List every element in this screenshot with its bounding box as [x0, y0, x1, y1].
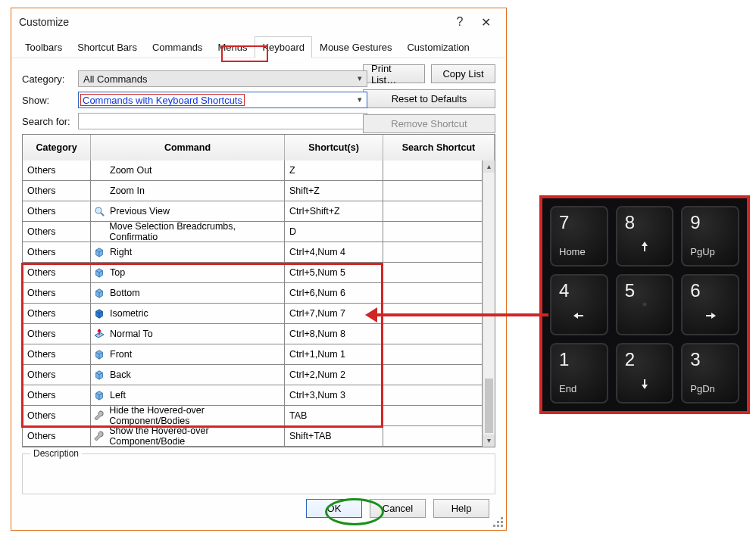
tab-commands[interactable]: Commands — [145, 36, 210, 58]
table-row[interactable]: OthersPrevious ViewCtrl+Shift+Z — [23, 201, 483, 222]
category-combo-value: All Commands — [83, 73, 148, 85]
tab-toolbars[interactable]: Toolbars — [17, 36, 70, 58]
table-row[interactable]: OthersZoom OutZ — [23, 160, 483, 181]
copy-list-button[interactable]: Copy List — [431, 64, 495, 83]
cell-search-shortcut[interactable] — [383, 242, 483, 262]
numpad-key-8: 8 — [616, 206, 674, 266]
description-box: Description — [22, 453, 495, 494]
magnifier-icon — [92, 204, 106, 218]
description-label: Description — [30, 448, 82, 459]
cell-shortcut: Shift+Z — [285, 181, 383, 201]
tab-shortcut-bars[interactable]: Shortcut Bars — [70, 36, 145, 58]
cell-command: Move Selection Breadcrumbs, Confirmatio — [91, 222, 285, 242]
header-shortcuts[interactable]: Shortcut(s) — [285, 135, 383, 160]
grid-header: Category Command Shortcut(s) Search Shor… — [23, 135, 495, 160]
show-combo-value: Commands with Keyboard Shortcuts — [83, 95, 242, 106]
reset-defaults-button[interactable]: Reset to Defaults — [363, 89, 495, 108]
command-text: Zoom In — [110, 185, 145, 196]
cell-search-shortcut[interactable] — [383, 365, 483, 385]
customize-dialog: Customize ? ✕ ToolbarsShortcut BarsComma… — [11, 8, 507, 531]
show-label: Show: — [22, 95, 78, 106]
numpad-key-6: 6 — [681, 274, 739, 335]
search-for-label: Search for: — [22, 116, 78, 127]
cell-shortcut: Ctrl+Shift+Z — [285, 201, 383, 221]
table-row[interactable]: OthersMove Selection Breadcrumbs, Confir… — [23, 222, 483, 242]
print-list-button[interactable]: Print List… — [363, 64, 425, 83]
search-input[interactable] — [78, 113, 367, 129]
cell-category: Others — [23, 160, 91, 180]
scroll-thumb[interactable] — [485, 379, 493, 433]
cell-command: Zoom Out — [91, 160, 285, 180]
resize-grip[interactable] — [492, 516, 503, 527]
cell-search-shortcut[interactable] — [383, 181, 483, 201]
scroll-down-icon[interactable]: ▾ — [483, 435, 495, 447]
cell-shortcut: D — [285, 222, 383, 242]
numpad-key-5: 5 — [616, 274, 674, 335]
help-button[interactable]: ? — [447, 15, 473, 29]
cell-search-shortcut[interactable] — [383, 344, 483, 364]
chevron-down-icon: ▾ — [358, 73, 362, 83]
table-row[interactable]: OthersShow the Hovered-over Component/Bo… — [23, 426, 483, 447]
chevron-down-icon: ▾ — [358, 95, 362, 104]
numpad-key-3: 3PgDn — [681, 343, 739, 404]
key-number: 6 — [690, 280, 700, 301]
command-text: Move Selection Breadcrumbs, Confirmatio — [109, 221, 280, 242]
cell-search-shortcut[interactable] — [383, 385, 483, 405]
cell-command: Previous View — [91, 201, 285, 221]
scroll-up-icon[interactable]: ▴ — [483, 160, 495, 173]
grid-scrollbar[interactable]: ▴ ▾ — [483, 160, 495, 447]
header-search-shortcut[interactable]: Search Shortcut — [383, 135, 495, 160]
blank-icon — [92, 225, 105, 238]
command-text: Show the Hovered-over Component/Bodie — [109, 425, 280, 447]
right-button-column: Print List… Copy List Reset to Defaults … — [363, 64, 495, 133]
cell-category: Others — [23, 426, 91, 446]
cell-search-shortcut[interactable] — [383, 406, 483, 425]
cube-icon — [92, 245, 106, 259]
key-dot — [642, 303, 646, 307]
key-number: 9 — [690, 212, 700, 233]
cell-command: Right — [91, 242, 285, 262]
cell-shortcut: Shift+TAB — [285, 426, 383, 446]
cell-search-shortcut[interactable] — [383, 201, 483, 221]
cell-command: Show the Hovered-over Component/Bodie — [91, 426, 285, 446]
numpad-key-9: 9PgUp — [681, 206, 739, 266]
annotation-arrow — [374, 313, 548, 316]
key-number: 8 — [625, 212, 635, 233]
tab-customization[interactable]: Customization — [399, 36, 476, 58]
cell-search-shortcut[interactable] — [383, 324, 483, 344]
close-button[interactable]: ✕ — [473, 15, 498, 30]
table-row[interactable]: OthersZoom InShift+Z — [23, 181, 483, 201]
key-number: 1 — [559, 349, 569, 370]
command-text: Zoom Out — [110, 165, 152, 176]
annotation-arrow-head — [365, 307, 377, 323]
category-label: Category: — [22, 73, 78, 85]
blank-icon — [92, 184, 106, 198]
remove-shortcut-button[interactable]: Remove Shortcut — [363, 114, 495, 133]
cell-shortcut: Z — [285, 160, 383, 180]
cell-category: Others — [23, 222, 91, 242]
blank-icon — [92, 164, 106, 177]
numpad-key-1: 1End — [550, 343, 608, 404]
help-button-footer[interactable]: Help — [433, 499, 489, 518]
key-sublabel: PgUp — [690, 246, 715, 257]
tab-mouse-gestures[interactable]: Mouse Gestures — [312, 36, 399, 58]
cell-search-shortcut[interactable] — [383, 222, 483, 242]
cell-shortcut: Ctrl+4,Num 4 — [285, 242, 383, 262]
key-sublabel: PgDn — [690, 383, 715, 394]
cell-category: Others — [23, 181, 91, 201]
cell-search-shortcut[interactable] — [383, 263, 483, 282]
svg-point-0 — [95, 207, 102, 213]
cell-search-shortcut[interactable] — [383, 426, 483, 446]
wrench-icon — [92, 429, 105, 443]
header-command[interactable]: Command — [91, 135, 285, 160]
command-text: Show all the hidden Components/Bodies — [110, 446, 280, 447]
category-combo[interactable]: All Commands ▾ — [78, 70, 367, 87]
cell-command: Zoom In — [91, 181, 285, 201]
show-combo[interactable]: Commands with Keyboard Shortcuts ▾ — [78, 92, 367, 108]
numpad-key-2: 2 — [616, 343, 674, 404]
cell-category: Others — [23, 201, 91, 221]
cell-search-shortcut[interactable] — [383, 160, 483, 180]
table-row[interactable]: OthersRightCtrl+4,Num 4 — [23, 242, 483, 263]
header-category[interactable]: Category — [23, 135, 91, 160]
cell-search-shortcut[interactable] — [383, 283, 483, 303]
